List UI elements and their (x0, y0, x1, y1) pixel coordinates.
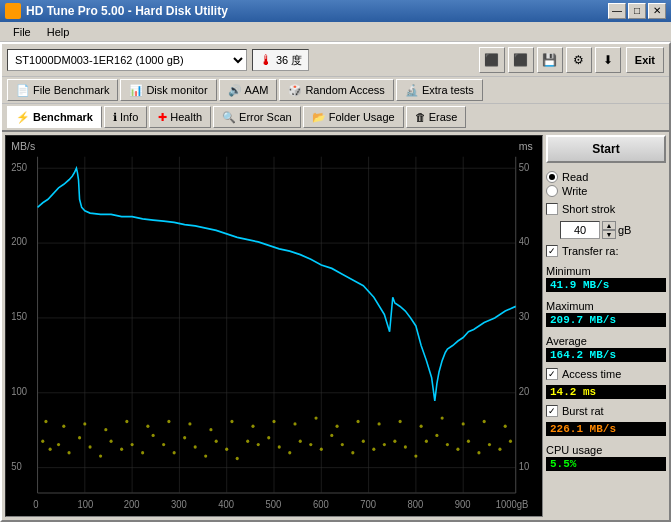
error-scan-icon: 🔍 (222, 111, 236, 124)
svg-point-58 (215, 439, 218, 442)
svg-point-78 (425, 439, 428, 442)
access-time-value: 14.2 ms (546, 385, 666, 399)
subtab-info[interactable]: ℹ Info (104, 106, 147, 128)
read-radio[interactable] (546, 171, 558, 183)
svg-text:800: 800 (407, 499, 423, 510)
svg-point-104 (399, 420, 402, 423)
svg-point-74 (383, 443, 386, 446)
tab-aam[interactable]: 🔊 AAM (219, 79, 278, 101)
svg-point-54 (173, 451, 176, 454)
minimum-section: Minimum 41.9 MB/s (546, 265, 666, 292)
svg-point-80 (446, 443, 449, 446)
svg-point-53 (162, 443, 165, 446)
spin-down[interactable]: ▼ (602, 230, 616, 239)
subtab-erase[interactable]: 🗑 Erase (406, 106, 467, 128)
sub-tabs: ⚡ Benchmark ℹ Info ✚ Health 🔍 Error Scan… (2, 104, 669, 132)
burst-rate-value: 226.1 MB/s (546, 422, 666, 436)
menu-file[interactable]: File (5, 26, 39, 38)
tab-file-benchmark[interactable]: 📄 File Benchmark (7, 79, 118, 101)
settings-icon-button[interactable]: ⚙ (566, 47, 592, 73)
tab-file-benchmark-label: File Benchmark (33, 84, 109, 96)
subtab-health[interactable]: ✚ Health (149, 106, 211, 128)
write-radio-row[interactable]: Write (546, 185, 666, 197)
svg-point-99 (293, 422, 296, 425)
svg-point-45 (78, 436, 81, 439)
burst-rate-checkbox[interactable] (546, 405, 558, 417)
svg-point-75 (393, 439, 396, 442)
svg-text:150: 150 (11, 311, 27, 322)
close-button[interactable]: ✕ (648, 3, 666, 19)
tab-random-access[interactable]: 🎲 Random Access (279, 79, 393, 101)
svg-point-56 (194, 445, 197, 448)
write-radio[interactable] (546, 185, 558, 197)
svg-point-43 (57, 443, 60, 446)
short-strok-input[interactable] (560, 221, 600, 239)
svg-text:400: 400 (218, 499, 234, 510)
subtab-erase-label: Erase (429, 111, 458, 123)
tab-disk-monitor[interactable]: 📊 Disk monitor (120, 79, 216, 101)
svg-point-67 (309, 443, 312, 446)
cpu-section: CPU usage 5.5% (546, 444, 666, 471)
svg-text:50: 50 (519, 161, 530, 172)
svg-point-100 (314, 416, 317, 419)
svg-point-81 (456, 447, 459, 450)
read-radio-row[interactable]: Read (546, 171, 666, 183)
tab-aam-label: AAM (245, 84, 269, 96)
subtab-benchmark[interactable]: ⚡ Benchmark (7, 106, 102, 128)
access-time-checkbox[interactable] (546, 368, 558, 380)
content-area: MB/s ms 250 200 150 100 50 50 40 30 20 1… (2, 132, 669, 520)
svg-point-65 (288, 451, 291, 454)
short-strok-spin-row: ▲ ▼ gB (560, 221, 666, 239)
svg-text:20: 20 (519, 386, 530, 397)
drive-selector[interactable]: ST1000DM003-1ER162 (1000 gB) (7, 49, 247, 71)
paste-icon-button[interactable]: ⬛ (508, 47, 534, 73)
transfer-rate-label: Transfer ra: (562, 245, 618, 257)
subtab-error-scan[interactable]: 🔍 Error Scan (213, 106, 301, 128)
avg-value: 164.2 MB/s (546, 348, 666, 362)
benchmark-icon: ⚡ (16, 111, 30, 124)
spin-up[interactable]: ▲ (602, 221, 616, 230)
subtab-error-scan-label: Error Scan (239, 111, 292, 123)
minimize-button[interactable]: — (608, 3, 626, 19)
download-icon-button[interactable]: ⬇ (595, 47, 621, 73)
max-label: Maximum (546, 300, 666, 312)
main-window: ST1000DM003-1ER162 (1000 gB) 🌡 36 度 ⬛ ⬛ … (0, 42, 671, 522)
svg-point-89 (83, 422, 86, 425)
svg-point-91 (125, 420, 128, 423)
svg-point-86 (509, 439, 512, 442)
save-icon-button[interactable]: 💾 (537, 47, 563, 73)
exit-button[interactable]: Exit (626, 47, 664, 73)
svg-point-79 (435, 434, 438, 437)
chart-container: MB/s ms 250 200 150 100 50 50 40 30 20 1… (5, 135, 543, 517)
svg-point-94 (188, 422, 191, 425)
right-panel: Start Read Write Short strok ▲ (546, 135, 666, 517)
svg-point-97 (251, 424, 254, 427)
transfer-rate-checkbox[interactable] (546, 245, 558, 257)
maximize-button[interactable]: □ (628, 3, 646, 19)
svg-point-42 (49, 447, 52, 450)
aam-icon: 🔊 (228, 84, 242, 97)
thermometer-icon: 🌡 (259, 52, 273, 68)
copy-icon-button[interactable]: ⬛ (479, 47, 505, 73)
svg-point-47 (99, 454, 102, 457)
erase-icon: 🗑 (415, 111, 426, 123)
subtab-folder-usage[interactable]: 📂 Folder Usage (303, 106, 404, 128)
info-icon: ℹ (113, 111, 117, 124)
tab-extra-tests[interactable]: 🔬 Extra tests (396, 79, 483, 101)
read-label: Read (562, 171, 588, 183)
menu-help[interactable]: Help (39, 26, 78, 38)
start-button[interactable]: Start (546, 135, 666, 163)
svg-text:50: 50 (11, 461, 22, 472)
svg-point-87 (44, 420, 47, 423)
short-strok-checkbox[interactable] (546, 203, 558, 215)
svg-text:100: 100 (77, 499, 93, 510)
svg-point-95 (209, 428, 212, 431)
svg-point-108 (483, 420, 486, 423)
svg-text:30: 30 (519, 311, 530, 322)
svg-point-49 (120, 447, 123, 450)
svg-point-61 (246, 439, 249, 442)
svg-point-84 (488, 443, 491, 446)
short-strok-row: Short strok (546, 203, 666, 215)
average-section: Average 164.2 MB/s (546, 335, 666, 362)
svg-point-57 (204, 454, 207, 457)
